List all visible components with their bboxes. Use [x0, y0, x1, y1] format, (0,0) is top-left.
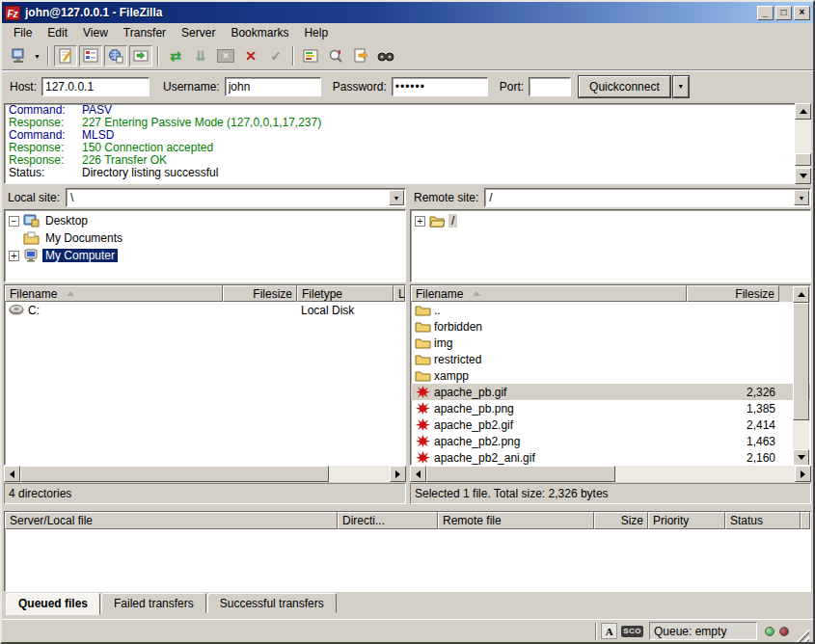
remote-file-row[interactable]: ..: [411, 302, 810, 318]
remote-file-row[interactable]: apache_pb.png 1,385: [411, 400, 810, 416]
combo-dropdown-icon[interactable]: ▼: [794, 190, 809, 205]
find-files-icon[interactable]: [374, 45, 397, 67]
remote-file-row[interactable]: apache_pb2_ani.gif 2,160: [411, 449, 810, 466]
remote-file-row[interactable]: restricted: [411, 351, 810, 367]
scroll-down-icon[interactable]: [793, 449, 809, 466]
toggle-remote-tree-icon[interactable]: [104, 45, 127, 67]
remote-file-row[interactable]: img: [411, 335, 810, 351]
scroll-thumb[interactable]: [426, 466, 615, 482]
expand-icon[interactable]: +: [9, 251, 19, 261]
scroll-right-icon[interactable]: [390, 466, 406, 482]
scroll-thumb[interactable]: [20, 466, 329, 482]
remote-file-row[interactable]: apache_pb2.gif 2,414: [411, 416, 810, 433]
local-list-hscrollbar[interactable]: [4, 466, 406, 482]
message-log[interactable]: Command:PASV Response:227 Entering Passi…: [4, 103, 811, 184]
scroll-right-icon[interactable]: [795, 466, 811, 482]
tree-label: My Documents: [42, 231, 125, 245]
column-header-filename[interactable]: Filename: [411, 285, 687, 302]
title-bar[interactable]: Fz john@127.0.0.1 - FileZilla _ □ ×: [2, 2, 813, 23]
folder-icon: [415, 320, 431, 333]
menu-help[interactable]: Help: [296, 24, 336, 41]
transfer-type-indicator-icon[interactable]: A: [601, 623, 617, 639]
column-header-status[interactable]: Status: [725, 512, 801, 529]
column-header-filetype[interactable]: Filetype: [297, 285, 394, 302]
collapse-icon[interactable]: −: [9, 216, 19, 227]
column-header-remote-file[interactable]: Remote file: [438, 512, 594, 529]
tab-successful-transfers[interactable]: Successful transfers: [207, 593, 337, 613]
combo-dropdown-icon[interactable]: ▼: [389, 190, 404, 205]
scroll-thumb[interactable]: [795, 153, 811, 166]
host-input[interactable]: [41, 77, 149, 96]
remote-file-row[interactable]: apache_pb2.png 1,463: [411, 433, 810, 449]
remote-file-row[interactable]: xampp: [411, 367, 810, 384]
toggle-queue-icon[interactable]: [129, 45, 152, 67]
tree-item-my-documents[interactable]: My Documents: [5, 229, 405, 247]
filter-icon[interactable]: [349, 45, 372, 67]
local-file-row[interactable]: C: Local Disk: [5, 302, 405, 318]
site-manager-dropdown-icon[interactable]: ▼: [31, 45, 43, 67]
scroll-down-icon[interactable]: [795, 168, 811, 184]
remote-site-combo[interactable]: / ▼: [484, 188, 811, 207]
column-header-filename[interactable]: Filename: [5, 285, 223, 302]
menu-bookmarks[interactable]: Bookmarks: [223, 24, 296, 41]
scroll-up-icon[interactable]: [795, 103, 811, 120]
desktop-icon: [23, 214, 40, 228]
reconnect-icon[interactable]: ✓: [264, 45, 287, 67]
disconnect-icon[interactable]: ✕: [239, 45, 262, 67]
refresh-icon[interactable]: ⇄: [164, 45, 187, 67]
column-header-filesize[interactable]: Filesize: [687, 285, 779, 302]
column-header-priority[interactable]: Priority: [648, 512, 725, 529]
toggle-log-icon[interactable]: [54, 45, 77, 67]
local-site-combo[interactable]: \ ▼: [66, 188, 406, 207]
site-manager-icon[interactable]: [7, 45, 30, 67]
menu-transfer[interactable]: Transfer: [116, 24, 174, 41]
remote-file-row[interactable]: forbidden: [411, 318, 810, 335]
scroll-left-icon[interactable]: [4, 466, 20, 482]
menu-file[interactable]: File: [6, 24, 40, 41]
password-input[interactable]: [392, 77, 488, 96]
column-header-size[interactable]: Size: [594, 512, 648, 529]
encryption-indicator-icon[interactable]: SCO: [621, 626, 643, 637]
tab-failed-transfers[interactable]: Failed transfers: [101, 593, 206, 613]
username-input[interactable]: [225, 77, 321, 96]
tree-item-desktop[interactable]: − Desktop: [5, 212, 405, 229]
toggle-local-tree-icon[interactable]: [79, 45, 102, 67]
menu-edit[interactable]: Edit: [40, 24, 75, 41]
scroll-left-icon[interactable]: [410, 466, 426, 482]
tree-item-root[interactable]: + /: [411, 212, 810, 229]
remote-file-row-selected[interactable]: apache_pb.gif 2,326: [411, 384, 810, 400]
queue-tabs: Queued files Failed transfers Successful…: [4, 593, 338, 616]
tab-queued-files[interactable]: Queued files: [6, 593, 100, 615]
resize-grip[interactable]: [796, 629, 809, 642]
menu-view[interactable]: View: [75, 24, 116, 41]
quickconnect-button[interactable]: Quickconnect: [579, 76, 670, 97]
transfer-queue[interactable]: Server/Local file Directi... Remote file…: [4, 511, 811, 592]
minimize-button[interactable]: _: [757, 6, 774, 20]
synchronized-browsing-icon[interactable]: [324, 45, 347, 67]
remote-list-hscrollbar[interactable]: [410, 466, 811, 482]
remote-tree[interactable]: + /: [410, 209, 811, 282]
port-input[interactable]: [529, 77, 571, 96]
cancel-operation-icon[interactable]: ✕: [214, 45, 237, 67]
menu-server[interactable]: Server: [174, 24, 223, 41]
quickconnect-dropdown-icon[interactable]: ▼: [673, 76, 689, 97]
column-header-lastmodified[interactable]: L: [394, 285, 405, 302]
local-file-list[interactable]: Filename Filesize Filetype L C: Local Di…: [4, 284, 406, 466]
remote-list-scrollbar[interactable]: [793, 286, 809, 466]
directory-comparison-icon[interactable]: [299, 45, 322, 67]
local-tree[interactable]: − Desktop My Documents + My Computer: [4, 209, 406, 282]
scroll-thumb[interactable]: [793, 303, 809, 420]
expand-icon[interactable]: +: [415, 216, 425, 227]
close-button[interactable]: ×: [794, 6, 810, 20]
tree-item-my-computer[interactable]: + My Computer: [5, 247, 405, 264]
column-header-direction[interactable]: Directi...: [338, 512, 438, 529]
column-header-server-local-file[interactable]: Server/Local file: [5, 512, 338, 529]
scroll-up-icon[interactable]: [793, 286, 809, 303]
disk-drive-icon: [9, 304, 25, 316]
column-header-filesize[interactable]: Filesize: [223, 285, 297, 302]
log-scrollbar[interactable]: [795, 103, 811, 184]
process-queue-icon[interactable]: ⇊: [189, 45, 212, 67]
remote-file-list[interactable]: Filename Filesize .. forbidden img restr…: [410, 284, 811, 466]
file-name: apache_pb.gif: [434, 386, 506, 399]
maximize-button[interactable]: □: [775, 6, 792, 20]
